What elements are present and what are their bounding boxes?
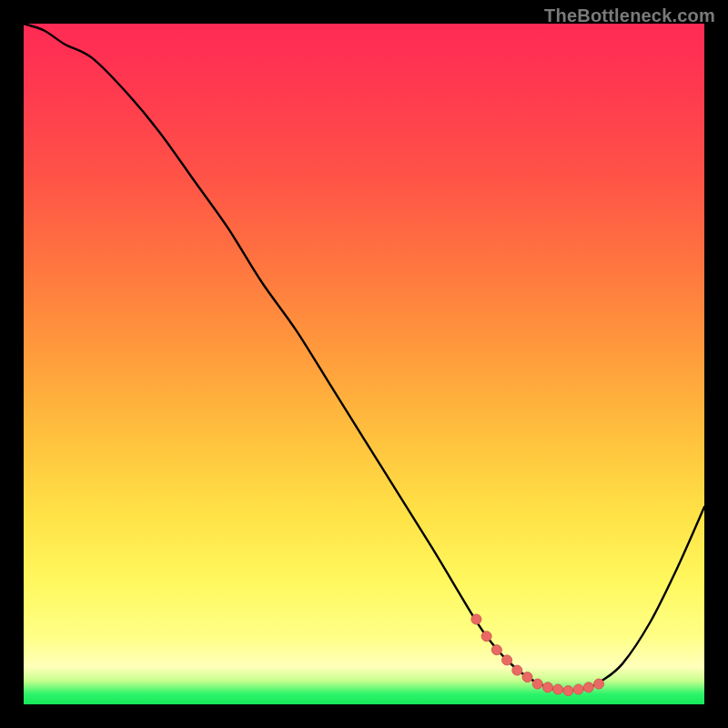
- optimal-marker: [481, 632, 491, 642]
- optimal-marker: [542, 682, 552, 693]
- optimal-marker: [502, 655, 512, 665]
- optimal-marker: [532, 679, 542, 689]
- optimal-marker: [512, 665, 522, 675]
- watermark-text: TheBottleneck.com: [544, 5, 715, 26]
- optimal-marker: [553, 684, 563, 694]
- optimal-marker: [594, 679, 604, 689]
- optimal-marker: [522, 672, 532, 682]
- optimal-marker: [491, 645, 501, 655]
- optimal-marker: [563, 686, 573, 696]
- plot-background: [24, 24, 704, 704]
- optimal-marker: [471, 614, 481, 624]
- optimal-marker: [573, 684, 583, 694]
- optimal-marker: [583, 682, 593, 693]
- chart-stage: TheBottleneck.com: [0, 0, 728, 728]
- bottleneck-chart: [0, 0, 728, 728]
